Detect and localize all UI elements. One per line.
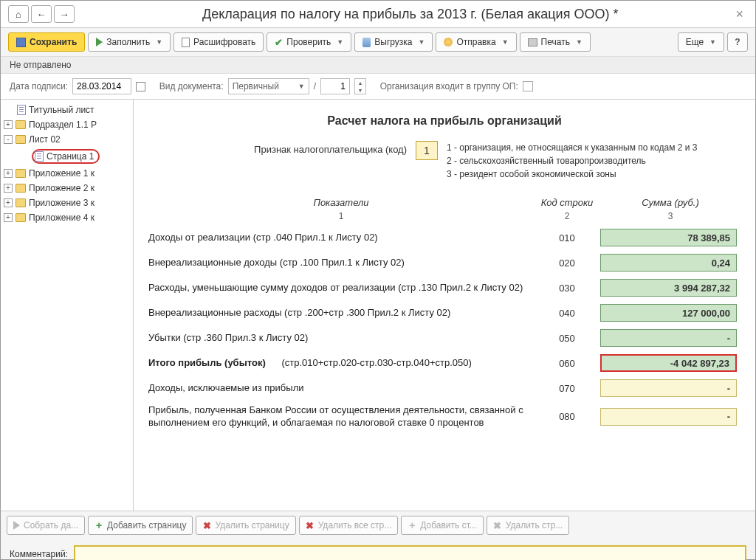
value-input[interactable]: - <box>600 408 737 426</box>
folder-icon <box>16 213 26 222</box>
org-checkbox[interactable] <box>523 81 533 91</box>
dropdown-icon: ▼ <box>156 38 162 46</box>
add-str-button[interactable]: + Добавить ст... <box>401 516 484 535</box>
page-icon <box>35 151 44 162</box>
check-icon: ✔ <box>275 37 283 48</box>
num-spinner[interactable]: ▲▼ <box>354 78 366 94</box>
value-input[interactable]: 3 994 287,32 <box>600 279 737 297</box>
value-input[interactable]: 0,24 <box>600 254 737 272</box>
tree-item[interactable]: Титульный лист <box>1 103 133 117</box>
plus-icon: + <box>408 521 416 530</box>
row-code: 020 <box>534 257 600 269</box>
home-button[interactable]: ⌂ <box>8 5 29 23</box>
row-description: Итого прибыль (убыток) (стр.010+стр.020-… <box>148 357 534 370</box>
value-input[interactable]: -4 042 897,23 <box>600 354 737 372</box>
value-input[interactable]: 78 389,85 <box>600 229 737 246</box>
form-content: Расчет налога на прибыль организаций При… <box>134 100 755 511</box>
org-label: Организация входит в группу ОП: <box>380 81 518 91</box>
expand-icon[interactable]: + <box>4 184 13 193</box>
del-all-button[interactable]: ✖ Удалить все стр... <box>299 516 399 535</box>
folder-icon <box>16 198 26 207</box>
tree-item-label: Титульный лист <box>29 105 94 115</box>
tree-item[interactable]: -Лист 02 <box>1 132 133 147</box>
value-input[interactable]: 127 000,00 <box>600 304 737 322</box>
data-row: Итого прибыль (убыток) (стр.010+стр.020-… <box>148 354 740 372</box>
tree-item[interactable]: +Приложение 1 к <box>1 166 133 181</box>
row-code: 070 <box>534 383 600 394</box>
fill-button[interactable]: Заполнить ▼ <box>88 32 171 52</box>
row-description: Расходы, уменьшающие сумму доходов от ре… <box>148 282 534 294</box>
data-row: Убытки (стр .360 Прил.3 к Листу 02)050- <box>148 329 740 347</box>
send-icon <box>444 38 453 46</box>
tree-item[interactable]: +Приложение 3 к <box>1 196 133 210</box>
add-page-button[interactable]: + Добавить страницу <box>88 516 193 535</box>
dropdown-icon: ▼ <box>419 38 425 46</box>
close-button[interactable]: × <box>731 7 748 22</box>
row-code: 040 <box>534 308 600 319</box>
status-text: Не отправлено <box>1 56 755 74</box>
col-header-1: Показатели <box>148 197 534 208</box>
value-input[interactable]: - <box>600 379 737 397</box>
forward-button[interactable]: → <box>54 5 75 23</box>
disk-icon <box>16 38 26 47</box>
more-button[interactable]: Еще ▼ <box>678 32 724 52</box>
send-button[interactable]: Отправка ▼ <box>436 32 516 52</box>
data-row: Доходы от реализации (стр .040 Прил.1 к … <box>148 229 740 246</box>
export-button[interactable]: Выгрузка ▼ <box>354 32 433 52</box>
taxpayer-legend: 1 - организация, не относящаяся к указан… <box>447 141 698 181</box>
dropdown-icon: ▼ <box>576 38 583 46</box>
value-input[interactable]: - <box>600 329 737 347</box>
taxpayer-code-input[interactable]: 1 <box>416 141 438 160</box>
save-button[interactable]: Сохранить <box>8 32 85 52</box>
expand-icon[interactable]: + <box>4 120 13 129</box>
date-input[interactable] <box>72 78 131 94</box>
folder-icon <box>16 184 26 193</box>
data-row: Внереализационные расходы (стр .200+стр … <box>148 304 740 322</box>
play-icon <box>13 521 20 530</box>
expand-icon[interactable]: - <box>4 135 13 144</box>
taxpayer-label: Признак налогоплательщика (код) <box>148 141 407 155</box>
del-str-button[interactable]: ✖ Удалить стр... <box>487 516 569 535</box>
expand-icon[interactable]: + <box>4 169 13 178</box>
tree-item[interactable]: +Приложение 4 к <box>1 210 133 225</box>
tree-item[interactable]: +Подраздел 1.1 Р <box>1 117 133 132</box>
data-row: Расходы, уменьшающие сумму доходов от ре… <box>148 279 740 297</box>
play-icon <box>96 38 103 46</box>
folder-icon <box>16 169 26 178</box>
row-description: Внереализационные расходы (стр .200+стр … <box>148 307 534 319</box>
row-code: 060 <box>534 358 600 369</box>
col-header-2: Код строки <box>534 197 600 208</box>
back-button[interactable]: ← <box>31 5 52 23</box>
export-icon <box>362 38 371 47</box>
doc-type-select[interactable]: Первичный ▼ <box>228 78 309 94</box>
plus-icon: + <box>94 521 103 530</box>
expand-icon[interactable]: + <box>4 213 13 222</box>
expand-icon[interactable]: + <box>4 198 13 207</box>
delete-icon: ✖ <box>202 521 211 530</box>
decode-button[interactable]: Расшифровать <box>173 32 264 52</box>
collect-button[interactable]: Собрать да... <box>7 516 85 535</box>
tree-item[interactable]: Страница 1 <box>1 147 133 166</box>
row-description: Внереализационные доходы (стр .100 Прил.… <box>148 257 534 269</box>
dropdown-icon: ▼ <box>298 83 305 90</box>
dropdown-icon: ▼ <box>337 38 343 46</box>
data-row: Внереализационные доходы (стр .100 Прил.… <box>148 254 740 272</box>
print-button[interactable]: Печать ▼ <box>520 32 591 52</box>
date-label: Дата подписи: <box>10 81 68 91</box>
doc-type-label: Вид документа: <box>159 81 224 91</box>
print-icon <box>528 38 537 46</box>
row-description: Прибыль, полученная Банком России от осу… <box>148 404 534 429</box>
num-input[interactable] <box>320 78 350 94</box>
tree-item-label: Приложение 3 к <box>29 198 94 208</box>
comment-input[interactable] <box>74 545 746 560</box>
check-button[interactable]: ✔ Проверить ▼ <box>267 32 351 52</box>
tree-item[interactable]: +Приложение 2 к <box>1 181 133 196</box>
calendar-icon[interactable] <box>136 82 145 91</box>
nav-tree: Титульный лист+Подраздел 1.1 Р-Лист 02Ст… <box>1 100 134 511</box>
folder-icon <box>16 135 26 144</box>
tree-item-label: Приложение 4 к <box>29 212 94 223</box>
help-button[interactable]: ? <box>727 32 748 52</box>
del-page-button[interactable]: ✖ Удалить страницу <box>196 516 295 535</box>
row-description: Доходы, исключаемые из прибыли <box>148 382 534 395</box>
row-code: 080 <box>534 411 600 422</box>
